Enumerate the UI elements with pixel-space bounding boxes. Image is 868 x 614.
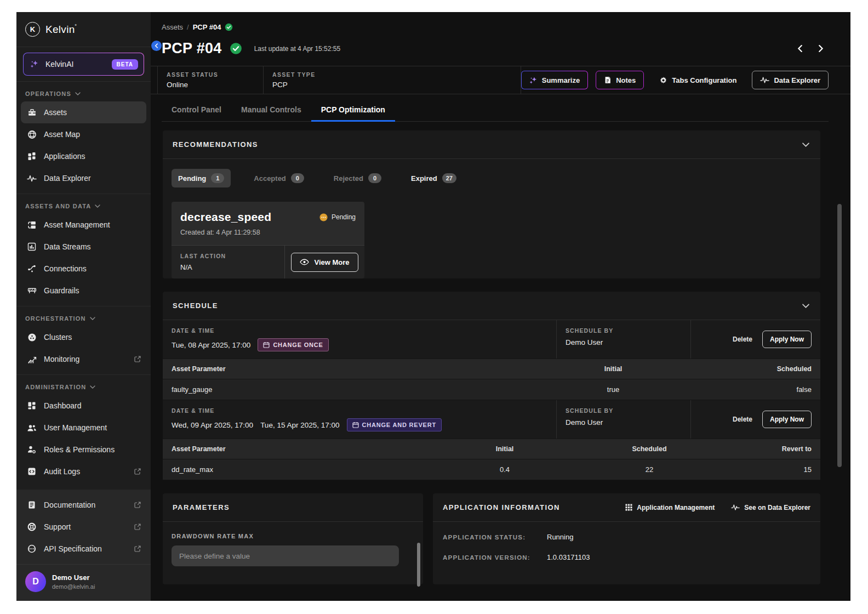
- filter-pending[interactable]: Pending1: [172, 169, 231, 187]
- section-label-assets-and-data[interactable]: ASSETS AND DATA: [16, 196, 151, 214]
- sidebar-item-audit-logs[interactable]: Audit Logs: [21, 461, 146, 482]
- user-menu[interactable]: D Demo User demo@kelvin.ai: [16, 564, 151, 601]
- app-window: K Kelvin˚ KelvinAI BETA OPERATIONSAssets…: [16, 12, 850, 601]
- sidebar-item-asset-management[interactable]: Asset Management: [21, 214, 146, 236]
- application-information-panel: APPLICATION INFORMATION Application Mana…: [433, 493, 820, 584]
- schedule-table-row: dd_rate_max 0.4 22 15: [163, 459, 820, 480]
- schedule-entry: DATE & TIME Tue, 08 Apr 2025, 17:00 CHAN…: [163, 320, 820, 359]
- waveform-icon: [731, 504, 740, 511]
- kelvin-logo[interactable]: K Kelvin˚: [16, 12, 151, 47]
- parameters-panel: PARAMETERS DRAWDOWN RATE MAX: [163, 493, 423, 584]
- notes-button[interactable]: Notes: [596, 71, 644, 89]
- sidebar-item-monitoring[interactable]: Monitoring: [21, 348, 146, 370]
- schedule-revert-datetime: Tue, 15 Apr 2025, 17:00: [260, 421, 339, 429]
- sidebar-item-api-specification[interactable]: API Specification: [21, 538, 146, 560]
- delete-button[interactable]: Delete: [733, 416, 752, 423]
- external-link-icon: [134, 356, 141, 362]
- schedule-by: Demo User: [566, 418, 603, 427]
- sidebar-sections: OPERATIONSAssetsAsset MapApplicationsDat…: [16, 82, 151, 487]
- schedule-panel: SCHEDULE DATE & TIME Tue, 08 Apr 2025, 1…: [163, 292, 820, 480]
- chevron-down-icon: [95, 204, 100, 208]
- filter-expired[interactable]: Expired27: [404, 169, 463, 187]
- view-more-button[interactable]: View More: [291, 253, 358, 272]
- sidebar-item-clusters[interactable]: Clusters: [21, 326, 146, 348]
- parameters-scrollbar[interactable]: [417, 543, 420, 587]
- sidebar-item-asset-map[interactable]: Asset Map: [21, 123, 146, 145]
- chevron-down-icon: [75, 92, 81, 95]
- breadcrumb-assets[interactable]: Assets: [162, 23, 183, 31]
- asset-status-cell: ASSET STATUS Online: [157, 66, 264, 94]
- recommendation-card: decrease_speed Pending Created at: 4 Apr…: [172, 202, 364, 278]
- sidebar-item-applications[interactable]: Applications: [21, 145, 146, 167]
- section-label-administration[interactable]: ADMINISTRATION: [16, 377, 151, 395]
- globe-icon: [26, 130, 37, 139]
- kelvin-logo-icon: K: [25, 22, 40, 37]
- schedule-entry: DATE & TIME Wed, 09 Apr 2025, 17:00 Tue,…: [163, 400, 820, 439]
- schedule-table-header: Asset Parameter Initial Scheduled Revert…: [163, 439, 820, 459]
- grid-icon: [625, 504, 632, 511]
- application-management-link[interactable]: Application Management: [625, 504, 715, 511]
- sidebar-item-support[interactable]: Support: [21, 516, 146, 538]
- sidebar-item-user-management[interactable]: User Management: [21, 417, 146, 439]
- schedule-table-row: faulty_gauge true false: [163, 379, 820, 400]
- delete-button[interactable]: Delete: [733, 336, 752, 343]
- tab-control-panel[interactable]: Control Panel: [162, 98, 231, 122]
- apply-now-button[interactable]: Apply Now: [762, 411, 812, 428]
- section-label-operations[interactable]: OPERATIONS: [16, 84, 151, 101]
- asset-status-value: Online: [167, 81, 254, 89]
- sidebar-item-data-streams[interactable]: Data Streams: [21, 236, 146, 258]
- sidebar-item-dashboard[interactable]: Dashboard: [21, 395, 146, 417]
- change-once-badge[interactable]: CHANGE ONCE: [258, 338, 328, 351]
- page-title: PCP #04: [162, 40, 222, 57]
- filter-count-badge: 1: [211, 173, 224, 183]
- eye-icon: [300, 259, 309, 265]
- filter-rejected[interactable]: Rejected0: [327, 169, 388, 187]
- sidebar-item-assets[interactable]: Assets: [21, 101, 146, 123]
- filter-accepted[interactable]: Accepted0: [247, 169, 311, 187]
- waveform-icon: [760, 76, 769, 84]
- main-scrollbar[interactable]: [837, 204, 842, 467]
- collapse-schedule-icon[interactable]: [801, 303, 810, 309]
- application-version-row: APPLICATION VERSION: 1.0.03171103: [443, 553, 810, 561]
- asset-type-cell: ASSET TYPE PCP: [264, 66, 521, 94]
- user-email: demo@kelvin.ai: [52, 583, 95, 590]
- sidebar-collapse-button[interactable]: [151, 41, 162, 51]
- application-information-title: APPLICATION INFORMATION: [443, 503, 625, 511]
- kelvinai-label: KelvinAI: [45, 60, 106, 69]
- tab-manual-controls[interactable]: Manual Controls: [231, 98, 311, 122]
- kelvinai-button[interactable]: KelvinAI BETA: [23, 53, 144, 76]
- external-link-icon: [134, 468, 141, 475]
- drawdown-rate-max-input[interactable]: [172, 545, 399, 566]
- prev-asset-button[interactable]: [795, 43, 804, 54]
- tab-pcp-optimization[interactable]: PCP Optimization: [311, 98, 395, 122]
- collapse-recommendations-icon[interactable]: [801, 141, 810, 148]
- sidebar-item-connections[interactable]: Connections: [21, 258, 146, 280]
- beta-badge: BETA: [112, 59, 138, 70]
- see-on-data-explorer-link[interactable]: See on Data Explorer: [731, 504, 810, 511]
- sidebar-footer: DocumentationSupportAPI Specification D …: [16, 490, 151, 601]
- users-icon: [26, 424, 37, 432]
- apply-now-button[interactable]: Apply Now: [762, 331, 812, 348]
- notes-icon: [604, 76, 612, 84]
- sidebar-item-roles-permissions[interactable]: Roles & Permissions: [21, 439, 146, 461]
- sidebar-item-data-explorer[interactable]: Data Explorer: [21, 167, 146, 189]
- toolbox-icon: [26, 108, 37, 117]
- page-header: Assets / PCP #04 PCP #04 Last update at …: [151, 12, 850, 57]
- sidebar-item-documentation[interactable]: Documentation: [21, 494, 146, 516]
- user-name: Demo User: [52, 573, 95, 582]
- data-explorer-button[interactable]: Data Explorer: [752, 71, 829, 89]
- change-and-revert-badge[interactable]: CHANGE AND REVERT: [347, 418, 442, 431]
- api-icon: [26, 544, 37, 553]
- summarize-button[interactable]: Summarize: [521, 71, 588, 89]
- sidebar-item-guardrails[interactable]: Guardrails: [21, 280, 146, 302]
- section-label-orchestration[interactable]: ORCHESTRATION: [16, 309, 151, 326]
- recommendation-filters: Pending1Accepted0Rejected0Expired27: [163, 159, 820, 192]
- drawdown-rate-max-label: DRAWDOWN RATE MAX: [172, 533, 414, 539]
- recommendation-created: Created at: 4 Apr 11:29:58: [180, 229, 356, 236]
- application-status-value: Running: [547, 533, 573, 541]
- tabs-configuration-button[interactable]: Tabs Configuration: [652, 71, 744, 89]
- application-version-value: 1.0.03171103: [547, 553, 590, 561]
- schedule-datetime: Tue, 08 Apr 2025, 17:00: [172, 341, 250, 349]
- next-asset-button[interactable]: [816, 43, 826, 54]
- schedule-datetime: Wed, 09 Apr 2025, 17:00: [172, 421, 253, 429]
